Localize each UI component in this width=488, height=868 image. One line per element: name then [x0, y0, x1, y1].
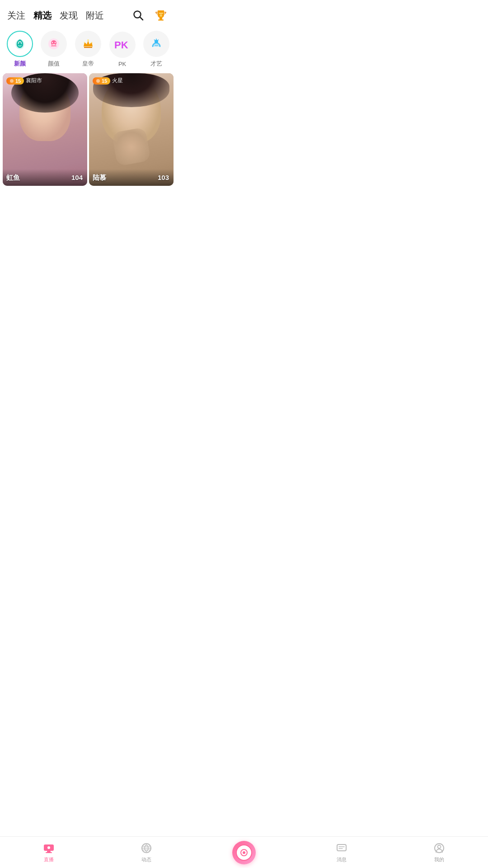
stream-1-badge-area: 15 襄阳市: [6, 77, 42, 85]
emperor-icon-wrap: [75, 31, 101, 57]
stream-2-name: 陆慕: [93, 174, 106, 181]
svg-point-10: [55, 42, 56, 43]
category-looks[interactable]: 颜值: [39, 31, 70, 68]
stream-2-count: 103: [158, 174, 169, 181]
svg-point-5: [18, 43, 19, 44]
svg-rect-2: [160, 18, 162, 19]
new-face-label: 新颜: [14, 60, 26, 68]
talent-icon-wrap: [143, 31, 169, 57]
stream-card-2[interactable]: 15 火星 陆慕 103: [89, 73, 174, 186]
svg-point-9: [52, 42, 53, 43]
category-talent[interactable]: 才艺: [141, 31, 172, 68]
category-pk[interactable]: PK PK: [107, 32, 138, 67]
svg-point-17: [96, 79, 100, 83]
header-icons: [130, 7, 169, 24]
stream-2-level-badge: 15: [93, 77, 110, 85]
category-row: 新颜 颜值: [0, 27, 176, 70]
pk-label: PK: [118, 61, 126, 67]
search-button[interactable]: [130, 7, 146, 24]
tab-nearby[interactable]: 附近: [86, 9, 104, 22]
trophy-button[interactable]: [153, 7, 169, 24]
svg-point-16: [10, 79, 14, 83]
nav-tabs: 关注 精选 发现 附近: [7, 9, 130, 22]
tab-discover[interactable]: 发现: [60, 9, 78, 22]
looks-label: 颜值: [48, 60, 60, 68]
stream-1-level-badge: 15: [6, 77, 24, 85]
svg-text:PK: PK: [114, 39, 128, 51]
stream-2-location: 火星: [112, 77, 123, 85]
tab-featured[interactable]: 精选: [33, 9, 52, 22]
emperor-label: 皇帝: [82, 60, 94, 68]
stream-card-1[interactable]: 15 襄阳市 虹鱼 104: [3, 73, 87, 186]
looks-icon-wrap: [41, 31, 67, 57]
stream-grid: 15 襄阳市 虹鱼 104 15: [0, 70, 176, 189]
svg-point-11: [87, 39, 89, 41]
svg-point-13: [91, 42, 92, 43]
svg-line-1: [140, 17, 143, 20]
new-face-icon-wrap: [7, 31, 33, 57]
stream-2-badge-area: 15 火星: [93, 77, 123, 85]
stream-1-count: 104: [71, 174, 83, 181]
svg-point-12: [84, 42, 85, 43]
category-emperor[interactable]: 皇帝: [73, 31, 103, 68]
svg-rect-3: [158, 19, 164, 21]
svg-point-6: [21, 43, 22, 44]
tab-follow[interactable]: 关注: [7, 9, 25, 22]
stream-1-name: 虹鱼: [6, 174, 20, 181]
stream-1-location: 襄阳市: [26, 77, 42, 85]
header: 关注 精选 发现 附近: [0, 0, 176, 27]
pk-icon-wrap: PK: [109, 32, 136, 58]
talent-label: 才艺: [150, 60, 162, 68]
category-new-face[interactable]: 新颜: [5, 31, 35, 68]
